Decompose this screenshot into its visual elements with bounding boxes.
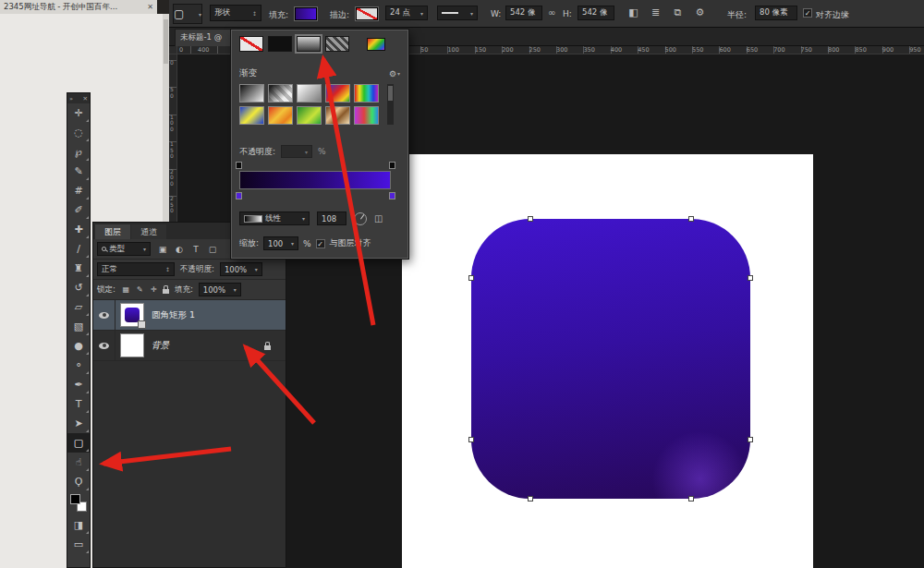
path-arrange-icon[interactable]: ⧉ <box>670 6 686 18</box>
reverse-icon[interactable]: ◫ <box>374 213 383 224</box>
quick-selection-tool[interactable]: ✎ <box>67 162 90 181</box>
gradient-preset-spectrum[interactable] <box>354 84 379 103</box>
stroke-size-select[interactable]: 24 点 ▾ <box>385 6 428 20</box>
canvas[interactable] <box>402 154 813 568</box>
lock-position-icon[interactable]: ✛ <box>149 285 159 294</box>
anchor-handle[interactable] <box>468 275 474 281</box>
opacity-stop-left[interactable] <box>236 162 242 169</box>
lock-all-icon[interactable] <box>163 289 169 294</box>
color-picker-swatch[interactable] <box>367 38 385 51</box>
gradient-preset-fg-transparent[interactable] <box>268 84 293 103</box>
path-operations-icon[interactable]: ◧ <box>626 6 641 18</box>
gradient-settings-button[interactable]: ⚙ ▾ <box>389 69 400 79</box>
angle-field[interactable]: 108 <box>317 211 346 225</box>
stroke-color-swatch[interactable] <box>356 7 378 20</box>
marquee-tool[interactable]: ◌ <box>67 123 90 142</box>
angle-dial-icon[interactable] <box>354 212 367 225</box>
filter-type-select[interactable]: 类型 ▾ <box>97 242 151 256</box>
anchor-handle[interactable] <box>688 216 694 222</box>
zoom-tool[interactable]: Ϙ <box>67 472 90 491</box>
lock-pixels-icon[interactable]: ✎ <box>135 285 145 294</box>
fill-pattern-button[interactable] <box>325 36 349 52</box>
clone-stamp-tool[interactable]: ♜ <box>67 259 90 278</box>
tab-layers[interactable]: 图层 <box>95 224 130 239</box>
fill-color-swatch[interactable] <box>295 7 317 20</box>
path-align-icon[interactable]: ≣ <box>648 6 663 18</box>
fill-opacity-field[interactable]: 100% ▾ <box>199 283 241 296</box>
shape-layer[interactable] <box>471 219 750 499</box>
anchor-handle[interactable] <box>528 496 533 502</box>
width-field[interactable]: 542 像 <box>505 6 542 20</box>
browser-tab-close-icon[interactable]: ✕ <box>147 3 153 11</box>
filter-pixel-icon[interactable]: ▣ <box>156 245 169 254</box>
color-stop-left[interactable] <box>236 192 242 199</box>
radius-field[interactable]: 80 像素 <box>755 6 797 20</box>
gradient-type-select[interactable]: 线性 ▾ <box>239 211 310 225</box>
gradient-tool[interactable]: ▧ <box>67 317 90 336</box>
anchor-handle[interactable] <box>748 275 753 281</box>
layer-row[interactable]: 圆角矩形 1 <box>93 300 286 331</box>
hand-tool[interactable]: ☝ <box>67 453 90 472</box>
healing-brush-tool[interactable]: ✚ <box>67 220 90 239</box>
tool-preset-button[interactable]: ▢ ▾ <box>173 4 202 24</box>
scrollbar-thumb[interactable] <box>388 86 393 101</box>
tab-channels[interactable]: 通道 <box>131 224 166 239</box>
layer-visibility-toggle[interactable] <box>93 331 116 360</box>
layer-visibility-toggle[interactable] <box>93 300 116 330</box>
filter-type-icon[interactable]: T <box>189 245 202 254</box>
layer-thumbnail[interactable] <box>120 333 144 357</box>
layer-row[interactable]: 背景 <box>93 331 286 361</box>
gradient-preset-black-white[interactable] <box>239 84 264 103</box>
quick-mask-icon[interactable]: ◨ <box>67 515 90 535</box>
scale-field[interactable]: 100 ▾ <box>263 236 298 250</box>
filter-shape-icon[interactable]: ▢ <box>206 245 219 254</box>
filter-adjustment-icon[interactable]: ◐ <box>173 245 186 254</box>
gradient-preset-copper[interactable] <box>325 106 350 125</box>
browser-tab[interactable]: 2345网址导航 - 开创中国百年... ✕ <box>0 0 157 14</box>
fill-solid-button[interactable] <box>268 36 292 52</box>
layer-thumbnail[interactable] <box>120 303 144 327</box>
foreground-color-swatch[interactable] <box>70 494 80 504</box>
gradient-preset-violet-green[interactable] <box>354 106 379 125</box>
anchor-handle[interactable] <box>468 437 474 442</box>
rounded-rectangle-tool[interactable]: ▢ <box>67 433 90 453</box>
gradient-preset-green-yellow[interactable] <box>297 106 322 125</box>
gradient-preset-orange-yellow[interactable] <box>268 106 293 125</box>
align-layer-checkbox[interactable]: ✓ <box>316 239 325 248</box>
gradient-preset-white-gray[interactable] <box>297 84 322 103</box>
close-panel-icon[interactable]: ✕ <box>83 95 88 103</box>
eraser-tool[interactable]: ▱ <box>67 297 90 317</box>
height-field[interactable]: 542 像 <box>578 6 614 20</box>
eyedropper-tool[interactable]: ✐ <box>67 200 90 220</box>
anchor-handle[interactable] <box>528 216 533 222</box>
brush-tool[interactable]: ∕ <box>67 239 90 259</box>
screen-mode-icon[interactable]: ▭ <box>67 535 90 554</box>
fill-none-button[interactable] <box>239 36 263 52</box>
link-dimensions-icon[interactable]: ∞ <box>548 7 555 18</box>
opacity-field[interactable]: 100% ▾ <box>220 262 262 276</box>
align-edges-checkbox[interactable]: ✓ <box>803 8 812 18</box>
gradient-editor-bar[interactable] <box>239 171 391 189</box>
gradient-preset-primary-mix[interactable] <box>325 84 350 103</box>
anchor-handle[interactable] <box>688 496 694 502</box>
document-tab[interactable]: 未标题-1 @ <box>175 29 239 46</box>
fill-gradient-button[interactable] <box>297 36 321 52</box>
stroke-style-select[interactable]: ▾ <box>437 6 478 20</box>
blur-tool[interactable]: ● <box>67 336 90 356</box>
presets-scrollbar[interactable] <box>387 84 394 125</box>
opacity-stop-right[interactable] <box>389 162 395 169</box>
collapse-panel-icon[interactable]: » <box>69 95 73 103</box>
type-tool[interactable]: T <box>67 394 90 414</box>
gear-icon[interactable]: ⚙ <box>692 6 708 18</box>
color-stop-right[interactable] <box>389 192 395 199</box>
path-selection-tool[interactable]: ➤ <box>67 414 90 433</box>
lasso-tool[interactable]: ℘ <box>67 142 90 162</box>
tool-mode-select[interactable]: 形状 ↕ <box>210 5 261 21</box>
history-brush-tool[interactable]: ↺ <box>67 278 90 297</box>
pen-tool[interactable]: ✒ <box>67 375 90 394</box>
blend-mode-select[interactable]: 正常 ↕ <box>97 262 175 276</box>
gradient-preset-blue-yellow-blue[interactable] <box>239 106 264 125</box>
dodge-tool[interactable]: ⚬ <box>67 356 90 375</box>
anchor-handle[interactable] <box>748 437 753 442</box>
crop-tool[interactable]: # <box>67 181 90 200</box>
